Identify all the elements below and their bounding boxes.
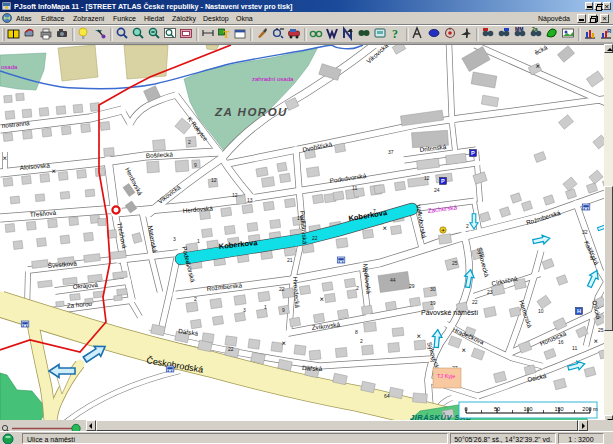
- svg-text:R: R: [607, 28, 612, 34]
- svg-text:2: 2: [466, 223, 469, 229]
- svg-text:100: 100: [523, 406, 532, 412]
- svg-text:2: 2: [188, 139, 191, 145]
- svg-text:44: 44: [390, 277, 396, 283]
- svg-text:13: 13: [247, 197, 253, 203]
- svg-text:1: 1: [197, 238, 200, 244]
- svg-text:P: P: [441, 178, 445, 184]
- svg-text:16: 16: [558, 339, 564, 345]
- svg-text:3: 3: [430, 357, 433, 363]
- svg-text:zahradní osada: zahradní osada: [252, 76, 294, 82]
- svg-text:9: 9: [194, 162, 197, 168]
- svg-text:10: 10: [538, 308, 544, 314]
- svg-text:5: 5: [590, 255, 593, 261]
- svg-text:0: 0: [464, 406, 467, 412]
- svg-text:24: 24: [434, 187, 440, 193]
- svg-text:23: 23: [487, 289, 493, 295]
- svg-text:3: 3: [173, 236, 176, 242]
- svg-text:2: 2: [356, 285, 359, 291]
- svg-text:8: 8: [355, 329, 358, 335]
- svg-text:22: 22: [279, 286, 285, 292]
- svg-text:37: 37: [388, 149, 394, 155]
- svg-text:22: 22: [472, 299, 478, 305]
- svg-text:150: 150: [554, 406, 563, 412]
- svg-text:ZA HOROU: ZA HOROU: [214, 106, 288, 118]
- svg-text:3: 3: [243, 307, 246, 313]
- svg-text:7: 7: [373, 208, 376, 214]
- svg-text:1: 1: [362, 267, 365, 273]
- svg-text:2: 2: [360, 338, 363, 344]
- svg-text:T: T: [223, 29, 230, 40]
- svg-text:TJ Kyje: TJ Kyje: [437, 373, 455, 379]
- svg-text:2: 2: [194, 296, 197, 302]
- svg-text:Pávovské náměstí: Pávovské náměstí: [421, 309, 478, 316]
- svg-text:×: ×: [282, 339, 287, 348]
- svg-text:50: 50: [494, 406, 500, 412]
- svg-text:?: ?: [392, 27, 398, 41]
- svg-text:19: 19: [430, 300, 436, 306]
- svg-text:64: 64: [384, 393, 390, 399]
- svg-text:1: 1: [264, 304, 267, 310]
- svg-text:32: 32: [582, 229, 588, 235]
- svg-text:12: 12: [424, 175, 430, 181]
- svg-text:21: 21: [287, 257, 293, 263]
- svg-text:2: 2: [186, 261, 189, 267]
- svg-text:2a: 2a: [532, 26, 538, 32]
- svg-text:200 m: 200 m: [582, 406, 598, 412]
- svg-text:Dářská: Dářská: [302, 364, 323, 372]
- svg-text:×: ×: [462, 346, 467, 355]
- svg-text:×: ×: [383, 224, 388, 233]
- svg-text:×: ×: [320, 295, 325, 304]
- svg-text:×: ×: [3, 154, 8, 163]
- svg-text:P: P: [471, 150, 475, 156]
- svg-text:Bošilecká: Bošilecká: [146, 151, 174, 159]
- svg-text:×: ×: [536, 62, 541, 71]
- svg-text:×: ×: [52, 167, 57, 176]
- svg-text:11: 11: [352, 185, 357, 191]
- svg-text:25: 25: [598, 327, 604, 333]
- svg-text:MM: MM: [515, 26, 523, 32]
- svg-text:29: 29: [409, 283, 415, 289]
- svg-text:×: ×: [594, 337, 599, 346]
- svg-text:12: 12: [211, 177, 217, 183]
- svg-text:22: 22: [228, 346, 234, 352]
- svg-text:12: 12: [232, 192, 238, 198]
- svg-text:osada: osada: [1, 64, 18, 70]
- svg-text:22: 22: [312, 235, 318, 241]
- svg-text:25: 25: [452, 260, 458, 266]
- svg-text:×: ×: [417, 332, 422, 341]
- svg-text:✈: ✈: [441, 228, 445, 233]
- svg-text:11: 11: [572, 345, 577, 351]
- svg-text:30: 30: [430, 286, 436, 292]
- svg-text:9: 9: [282, 307, 285, 313]
- svg-text:19: 19: [297, 215, 303, 221]
- svg-text:H: H: [577, 308, 581, 314]
